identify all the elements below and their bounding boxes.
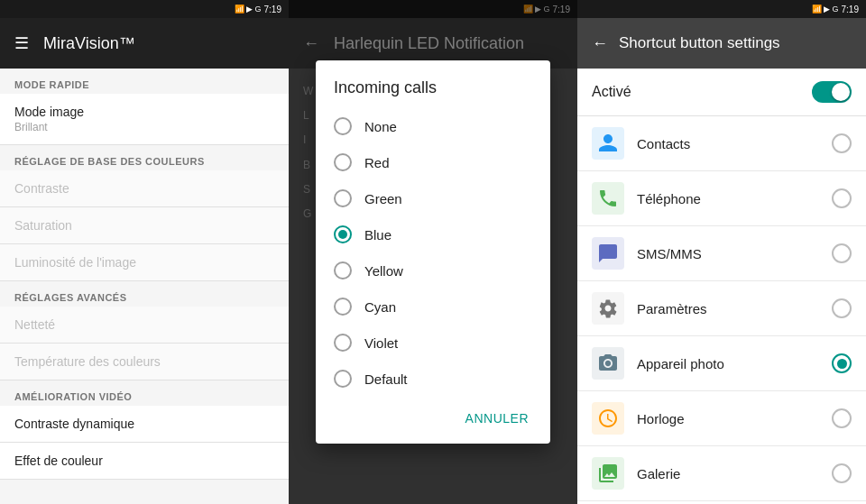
panel1-content: MODE RAPIDE Mode image Brillant RÉGLAGE … (0, 69, 289, 504)
radio-circle-red (334, 153, 352, 171)
radio-circle-blue (334, 225, 352, 243)
signal-icons-3: 📶 ▶ G (812, 5, 839, 14)
menu-item-mode-image-subtitle: Brillant (14, 121, 274, 133)
hamburger-icon[interactable]: ☰ (14, 33, 29, 53)
app-item-horloge[interactable]: Horloge (577, 391, 866, 446)
panel-shortcut: 📶 ▶ G 7:19 ← Shortcut button settings Ac… (577, 0, 866, 504)
telephone-icon (592, 182, 624, 215)
radio-galerie[interactable] (832, 463, 852, 483)
radio-label-none: None (364, 119, 397, 134)
radio-circle-green (334, 189, 352, 207)
annuler-button[interactable]: ANNULER (455, 404, 539, 433)
section-header-reglages-avances: RÉGLAGES AVANCÉS (0, 281, 289, 307)
menu-item-saturation: Saturation (0, 207, 289, 244)
menu-item-mode-image[interactable]: Mode image Brillant (0, 94, 289, 145)
radio-violet[interactable]: Violet (316, 325, 550, 361)
menu-item-effet-couleur[interactable]: Effet de couleur (0, 443, 289, 480)
menu-item-contraste-dynamique[interactable]: Contraste dynamique (0, 406, 289, 443)
horloge-icon (592, 402, 624, 435)
radio-telephone[interactable] (832, 188, 852, 208)
radio-circle-none (334, 117, 352, 135)
app-list: Contacts Téléphone SMS/MMS Paramètres (577, 116, 866, 504)
dialog-overlay: Incoming calls None Red Green Blue (289, 0, 577, 504)
app-name-telephone: Téléphone (637, 191, 819, 206)
panel-harlequin: 📶 ▶ G 7:19 ← Harlequin LED Notification … (289, 0, 577, 504)
app-item-camera[interactable]: Appareil photo (577, 336, 866, 391)
panel3-header: ← Shortcut button settings (577, 18, 866, 69)
galerie-icon (592, 457, 624, 490)
app-item-telephone[interactable]: Téléphone (577, 171, 866, 226)
menu-item-luminosite-text: Luminosité de l'image (14, 255, 274, 270)
radio-inner-blue (338, 230, 347, 239)
radio-cyan[interactable]: Cyan (316, 289, 550, 325)
sms-icon (592, 237, 624, 270)
menu-item-nettete: Netteté (0, 307, 289, 344)
radio-circle-default (334, 370, 352, 388)
app-name-contacts: Contacts (637, 136, 819, 151)
menu-item-contraste-text: Contraste (14, 181, 274, 196)
radio-label-violet: Violet (364, 335, 398, 351)
parametres-icon (592, 292, 624, 325)
radio-inner-camera (837, 359, 847, 369)
status-bar-3: 📶 ▶ G 7:19 (577, 0, 866, 18)
radio-horloge[interactable] (832, 408, 852, 428)
menu-item-mode-image-title: Mode image (14, 105, 274, 119)
radio-green[interactable]: Green (316, 180, 550, 216)
radio-blue[interactable]: Blue (316, 216, 550, 252)
app-item-sms[interactable]: SMS/MMS (577, 226, 866, 281)
panel-miravision: 📶 ▶ G 7:19 ☰ MiraVision™ MODE RAPIDE Mod… (0, 0, 289, 504)
radio-none[interactable]: None (316, 108, 550, 144)
toggle-knob (832, 83, 850, 101)
dialog-actions: ANNULER (316, 397, 550, 436)
signal-icons-1: 📶 ▶ G (235, 5, 262, 14)
app-name-camera: Appareil photo (637, 356, 819, 371)
menu-item-temperature-text: Température des couleurs (14, 354, 274, 369)
active-toggle[interactable] (812, 81, 852, 103)
dialog-title: Incoming calls (316, 78, 550, 108)
radio-label-red: Red (364, 155, 390, 170)
menu-item-contraste: Contraste (0, 170, 289, 207)
radio-default[interactable]: Default (316, 361, 550, 397)
active-label: Activé (592, 84, 631, 100)
menu-item-nettete-text: Netteté (14, 317, 274, 332)
app-item-galerie[interactable]: Galerie (577, 446, 866, 501)
section-header-mode-rapide: MODE RAPIDE (0, 69, 289, 94)
radio-label-green: Green (364, 191, 402, 206)
panel1-title: MiraVision™ (43, 34, 135, 53)
section-header-reglage-base: RÉGLAGE DE BASE DES COULEURS (0, 145, 289, 170)
panel1-header: ☰ MiraVision™ (0, 18, 289, 69)
panel3-title: Shortcut button settings (619, 34, 780, 52)
back-icon-3[interactable]: ← (592, 34, 608, 53)
radio-contacts[interactable] (832, 133, 852, 153)
section-header-amelioration-video: AMÉLIORATION VIDÉO (0, 380, 289, 406)
radio-circle-yellow (334, 261, 352, 279)
radio-parametres[interactable] (832, 298, 852, 318)
radio-label-cyan: Cyan (364, 299, 396, 315)
radio-label-yellow: Yellow (364, 263, 403, 279)
camera-icon (592, 347, 624, 380)
radio-sms[interactable] (832, 243, 852, 263)
status-bar-1: 📶 ▶ G 7:19 (0, 0, 289, 18)
radio-label-blue: Blue (364, 227, 392, 243)
time-1: 7:19 (264, 5, 281, 14)
menu-item-contraste-dynamique-title: Contraste dynamique (14, 417, 274, 431)
menu-item-temperature: Température des couleurs (0, 344, 289, 380)
app-name-horloge: Horloge (637, 411, 819, 426)
radio-circle-violet (334, 334, 352, 352)
app-name-parametres: Paramètres (637, 301, 819, 316)
app-name-sms: SMS/MMS (637, 246, 819, 261)
contacts-icon (592, 127, 624, 160)
app-item-contacts[interactable]: Contacts (577, 116, 866, 171)
active-row: Activé (577, 69, 866, 116)
radio-camera[interactable] (832, 353, 852, 373)
radio-label-default: Default (364, 371, 408, 387)
app-name-galerie: Galerie (637, 466, 819, 481)
incoming-calls-dialog: Incoming calls None Red Green Blue (316, 60, 550, 444)
menu-item-luminosite: Luminosité de l'image (0, 244, 289, 281)
menu-item-saturation-text: Saturation (14, 218, 274, 233)
menu-item-effet-couleur-title: Effet de couleur (14, 454, 274, 468)
radio-circle-cyan (334, 298, 352, 316)
radio-yellow[interactable]: Yellow (316, 252, 550, 289)
app-item-parametres[interactable]: Paramètres (577, 281, 866, 336)
radio-red[interactable]: Red (316, 144, 550, 180)
